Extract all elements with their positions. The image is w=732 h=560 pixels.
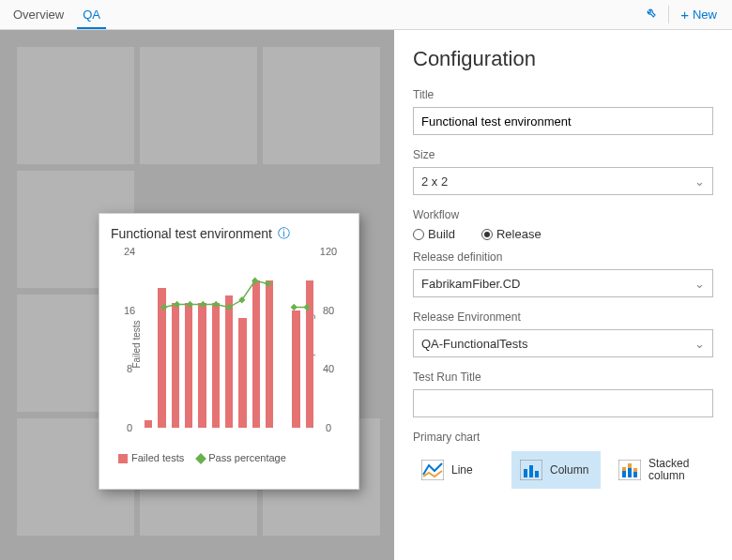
ytick-left: 24 [124, 246, 135, 257]
svg-rect-15 [535, 471, 539, 477]
ytick-left: 16 [124, 305, 135, 316]
svg-rect-0 [160, 304, 167, 310]
new-button[interactable]: + New [673, 0, 724, 29]
line-chart-icon [421, 460, 444, 480]
ytick-left: 8 [127, 363, 132, 374]
size-label: Size [413, 148, 713, 161]
plus-icon: + [680, 7, 689, 23]
chevron-down-icon: ⌄ [694, 277, 705, 291]
test-run-title-label: Test Run Title [413, 371, 713, 384]
release-environment-label: Release Environment [413, 310, 713, 324]
svg-rect-17 [622, 471, 626, 477]
radio-icon [413, 229, 424, 240]
chart-type-column[interactable]: Column [511, 451, 601, 489]
empty-slot[interactable] [263, 47, 380, 164]
widget-title: Functional test environment [111, 226, 272, 241]
chevron-down-icon: ⌄ [694, 337, 705, 351]
stacked-column-chart-icon [618, 460, 641, 480]
left-axis-label: Failed tests [131, 320, 142, 368]
chart-type-line-label: Line [451, 463, 473, 477]
ytick-left: 0 [127, 422, 132, 433]
svg-rect-3 [200, 301, 206, 308]
wrench-icon [644, 7, 657, 23]
radio-icon [481, 229, 493, 240]
dashboard-canvas[interactable]: Functional test environment ⓘ Failed tes… [0, 30, 394, 560]
release-environment-select[interactable]: QA-FunctionalTests ⌄ [413, 329, 713, 357]
svg-rect-8 [265, 280, 271, 287]
chart-type-stacked-column[interactable]: Stacked column [610, 451, 699, 489]
svg-rect-22 [633, 468, 637, 472]
svg-rect-18 [622, 467, 626, 471]
widget-card[interactable]: Functional test environment ⓘ Failed tes… [99, 213, 359, 490]
release-definition-label: Release definition [413, 250, 713, 264]
new-button-label: New [693, 8, 717, 22]
svg-rect-2 [187, 301, 193, 308]
ytick-right: 0 [326, 422, 331, 433]
svg-rect-10 [304, 304, 311, 310]
panel-heading: Configuration [413, 47, 713, 71]
legend-swatch-failed [118, 454, 128, 463]
workflow-radio-release[interactable]: Release [481, 227, 541, 241]
info-icon[interactable]: ⓘ [278, 225, 290, 242]
svg-rect-4 [213, 301, 220, 308]
size-select-value: 2 x 2 [421, 174, 448, 189]
release-definition-select[interactable]: FabrikamFiber.CD ⌄ [413, 269, 713, 297]
svg-rect-13 [524, 469, 527, 477]
svg-rect-1 [174, 301, 180, 308]
workflow-radio-build[interactable]: Build [413, 227, 455, 241]
svg-rect-19 [628, 468, 632, 477]
svg-rect-20 [628, 463, 632, 468]
size-select[interactable]: 2 x 2 ⌄ [413, 167, 713, 195]
release-environment-value: QA-FunctionalTests [421, 337, 527, 351]
ytick-right: 120 [320, 246, 337, 257]
tab-overview[interactable]: Overview [4, 0, 73, 29]
tab-qa[interactable]: QA [73, 0, 110, 29]
release-definition-value: FabrikamFiber.CD [421, 277, 520, 291]
configure-button[interactable] [636, 0, 664, 29]
svg-rect-14 [529, 465, 533, 477]
configuration-panel: Configuration Title Size 2 x 2 ⌄ Workflo… [394, 30, 732, 560]
chart-type-stacked-label: Stacked column [648, 458, 691, 482]
chart-type-line[interactable]: Line [413, 451, 502, 489]
svg-rect-5 [225, 304, 232, 310]
widget-chart: Failed tests Pass percentage 08162404080… [111, 246, 347, 443]
chart-type-column-label: Column [550, 463, 588, 477]
legend-swatch-pass [196, 453, 206, 463]
svg-rect-21 [633, 472, 637, 477]
legend-failed-label: Failed tests [131, 452, 184, 463]
title-input[interactable] [413, 107, 713, 135]
empty-slot[interactable] [17, 47, 134, 164]
empty-slot[interactable] [140, 47, 257, 164]
chevron-down-icon: ⌄ [694, 174, 705, 189]
chart-legend: Failed tests Pass percentage [111, 452, 347, 463]
ytick-right: 40 [323, 363, 334, 374]
primary-chart-label: Primary chart [413, 431, 713, 444]
workflow-label: Workflow [413, 208, 713, 221]
ytick-right: 80 [323, 305, 334, 316]
column-chart-icon [520, 460, 542, 480]
workflow-release-label: Release [496, 227, 541, 241]
svg-rect-9 [291, 304, 297, 310]
title-label: Title [413, 88, 713, 101]
workflow-build-label: Build [428, 227, 455, 241]
legend-pass-label: Pass percentage [208, 452, 286, 463]
test-run-title-input[interactable] [413, 389, 713, 417]
tab-bar: Overview QA + New [0, 0, 732, 30]
